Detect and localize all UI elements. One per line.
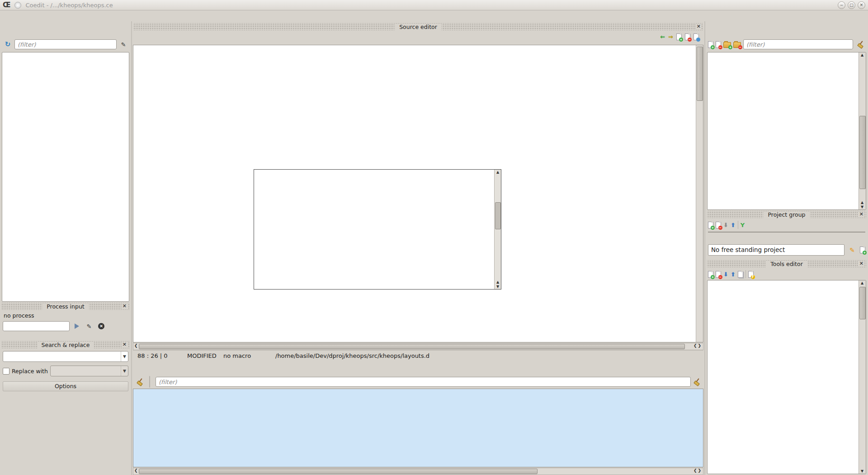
editor-scroll-thumb[interactable] bbox=[697, 47, 703, 101]
files-scrollbar[interactable]: ▲ ▲ ▼ bbox=[859, 52, 866, 209]
scroll-down-icon[interactable]: ▼ bbox=[859, 205, 865, 209]
close-source-editor-icon[interactable]: ✕ bbox=[696, 24, 702, 29]
coedit-app-icon: Œ bbox=[3, 1, 11, 9]
clear-messages-icon[interactable] bbox=[135, 377, 145, 387]
editor-horizontal-scrollbar[interactable]: ❮ ❮❯ bbox=[133, 343, 703, 350]
source-editor-title: Source editor bbox=[395, 24, 442, 30]
close-tools-editor-icon[interactable]: ✕ bbox=[859, 261, 864, 266]
scroll-up-icon[interactable]: ▲ bbox=[495, 170, 501, 174]
new-free-project-icon[interactable]: + bbox=[860, 247, 865, 253]
messages-horizontal-scrollbar[interactable]: ❮ ❮❯ bbox=[133, 468, 703, 475]
project-group-table bbox=[708, 232, 865, 233]
tools-editor-title: Tools editor bbox=[766, 261, 807, 267]
search-options bbox=[2, 393, 129, 398]
editor-vertical-scrollbar[interactable] bbox=[696, 45, 703, 342]
completion-popup: ▲ ▲ ▼ bbox=[254, 169, 501, 290]
replace-with-combo[interactable]: ▼ bbox=[50, 366, 128, 376]
move-tool-down-icon[interactable]: ⬇ bbox=[723, 271, 728, 278]
chevron-down-icon[interactable]: ▼ bbox=[121, 352, 128, 361]
chevron-down-icon[interactable]: ▼ bbox=[121, 366, 128, 376]
add-project-icon[interactable]: + bbox=[708, 222, 713, 228]
scroll-up-icon[interactable]: ▲ bbox=[859, 200, 865, 204]
remove-folder-icon[interactable]: − bbox=[733, 42, 741, 48]
close-process-input-icon[interactable]: ✕ bbox=[122, 303, 127, 309]
send-input-icon[interactable] bbox=[72, 321, 82, 331]
messages-filter-input[interactable] bbox=[156, 377, 691, 387]
scroll-up-icon[interactable]: ▲ bbox=[859, 281, 865, 285]
tools-editor-header[interactable]: Tools editor ✕ bbox=[707, 260, 866, 267]
move-project-up-icon[interactable]: ⬆ bbox=[731, 222, 736, 228]
options-header: Options bbox=[3, 381, 128, 391]
filter-options-icon[interactable] bbox=[692, 377, 702, 387]
clone-tool-icon[interactable] bbox=[738, 271, 743, 278]
previous-source-icon[interactable]: ⇐ bbox=[660, 33, 665, 40]
scroll-up-icon[interactable]: ▲ bbox=[859, 53, 865, 57]
project-filter-input[interactable] bbox=[743, 39, 853, 49]
files-scroll-thumb[interactable] bbox=[859, 116, 866, 189]
save-source-icon[interactable] bbox=[693, 33, 699, 40]
add-file-icon[interactable]: + bbox=[708, 41, 713, 48]
symbol-filter-input[interactable] bbox=[14, 39, 117, 49]
input-pen-icon[interactable]: ✎ bbox=[84, 321, 94, 331]
add-tool-icon[interactable]: + bbox=[708, 271, 713, 278]
edit-free-project-icon[interactable]: ✎ bbox=[847, 245, 857, 255]
execute-tool-icon[interactable]: Ϝ bbox=[748, 271, 754, 278]
message-category-filters bbox=[149, 376, 150, 388]
scroll-left-right-icons[interactable]: ❮❯ bbox=[693, 343, 702, 348]
window-menu-icon[interactable] bbox=[14, 2, 21, 9]
process-input-title: Process input bbox=[42, 303, 89, 310]
clear-filter-icon[interactable] bbox=[855, 39, 865, 49]
replace-with-checkbox[interactable] bbox=[3, 368, 9, 375]
kill-process-icon[interactable]: ✕ bbox=[96, 321, 106, 331]
source-editor-header[interactable]: Source editor ✕ bbox=[133, 23, 703, 30]
messages-hscroll-thumb[interactable] bbox=[139, 469, 538, 474]
add-folder-icon[interactable]: + bbox=[723, 42, 731, 48]
left-tabs bbox=[2, 24, 129, 37]
tools-scroll-thumb[interactable] bbox=[859, 287, 866, 319]
close-project-group-icon[interactable]: ✕ bbox=[859, 211, 864, 217]
scroll-left-icon[interactable]: ❮ bbox=[134, 343, 138, 348]
source-editor-dock: Source editor ✕ ⇐ ⇒ + − ▲ bbox=[132, 21, 704, 475]
close-search-icon[interactable]: ✕ bbox=[122, 342, 127, 347]
refresh-symbols-icon[interactable]: ↻ bbox=[3, 39, 13, 49]
scroll-left-icon[interactable]: ❮ bbox=[134, 468, 138, 473]
scroll-left-right-icons[interactable]: ❮❯ bbox=[693, 468, 702, 473]
search-replace-title: Search & replace bbox=[37, 342, 94, 348]
free-standing-project-field: No free standing project bbox=[708, 244, 844, 256]
tools-list: ▲ ▼ bbox=[707, 280, 866, 474]
tools-scrollbar[interactable]: ▲ ▼ bbox=[859, 280, 866, 474]
pen-icon[interactable]: ✎ bbox=[118, 39, 128, 49]
async-mode-icon[interactable]: Y bbox=[741, 222, 745, 228]
close-source-icon[interactable]: − bbox=[685, 33, 690, 40]
remove-file-icon[interactable]: − bbox=[716, 41, 721, 48]
process-status: no process bbox=[2, 311, 129, 320]
process-input-field[interactable] bbox=[3, 321, 70, 331]
scroll-down-icon[interactable]: ▼ bbox=[859, 469, 865, 473]
modified-flag: MODIFIED bbox=[187, 352, 223, 359]
project-file-tree: ▲ ▲ ▼ bbox=[707, 52, 866, 210]
code-editor[interactable]: ▲ ▲ ▼ bbox=[133, 45, 703, 342]
popup-scroll-thumb[interactable] bbox=[495, 202, 501, 229]
move-tool-up-icon[interactable]: ⬆ bbox=[731, 271, 736, 278]
search-replace-header[interactable]: Search & replace ✕ bbox=[2, 341, 129, 348]
file-path: /home/basile/Dev/dproj/kheops/src/kheops… bbox=[275, 352, 429, 359]
remove-tool-icon[interactable]: − bbox=[716, 271, 721, 278]
project-group-title: Project group bbox=[763, 211, 810, 218]
menu-bar bbox=[0, 10, 868, 21]
popup-scrollbar[interactable]: ▲ ▲ ▼ bbox=[494, 170, 501, 289]
project-group-header[interactable]: Project group ✕ bbox=[707, 211, 866, 218]
messages-tabs bbox=[133, 363, 703, 375]
search-term-combo[interactable]: ▼ bbox=[3, 351, 128, 362]
process-input-header[interactable]: Process input ✕ bbox=[2, 303, 129, 310]
new-source-icon[interactable]: + bbox=[676, 33, 682, 40]
scroll-up-icon[interactable]: ▲ bbox=[495, 280, 501, 284]
next-source-icon[interactable]: ⇒ bbox=[668, 33, 673, 40]
move-project-down-icon[interactable]: ⬇ bbox=[723, 222, 728, 228]
close-icon[interactable]: ✕ bbox=[858, 1, 865, 9]
scroll-down-icon[interactable]: ▼ bbox=[495, 285, 501, 289]
remove-project-icon[interactable]: − bbox=[716, 222, 721, 228]
editor-hscroll-thumb[interactable] bbox=[139, 344, 685, 349]
maximize-icon[interactable]: □ bbox=[848, 1, 855, 9]
project-tabs bbox=[707, 24, 866, 37]
minimize-icon[interactable]: − bbox=[838, 1, 845, 9]
